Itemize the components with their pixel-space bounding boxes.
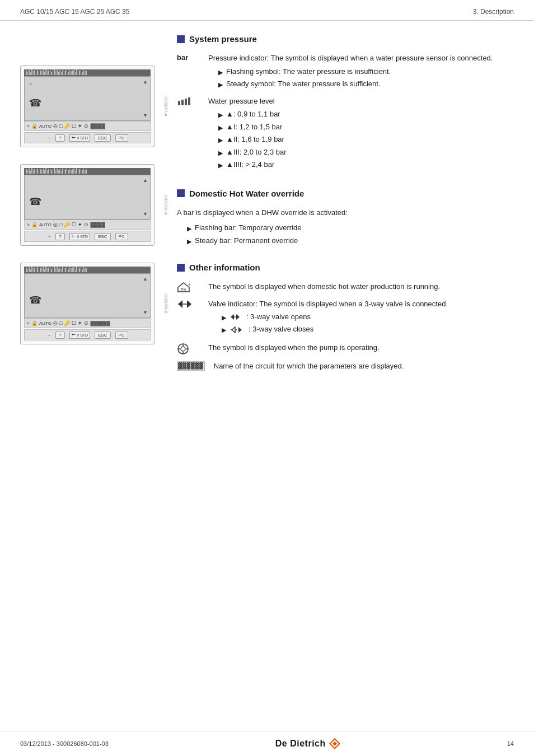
bullet-list-water: ▶ ▲: 0,9 to 1,1 bar ▶ ▲I: 1,2 to 1,5 bar…: [218, 109, 514, 170]
device-mockup-3: ▲ ☎ ▼ ≈🔒AUTO◎□🔑☐✦ ⊙▓▓▓▓▓▓ → ? ⊢II STD: [20, 263, 166, 344]
desc-text-valve: Valve indicator: The symbol is displayed…: [208, 298, 514, 337]
footer-left: 03/12/2013 - 300026080-001-03: [20, 740, 109, 747]
ctrl-pc-2[interactable]: PC: [115, 233, 128, 240]
section-title-system-pressure: System pressure: [177, 34, 514, 44]
svg-marker-13: [236, 314, 240, 320]
desc-text-water-level: Water pressure level ▶ ▲: 0,9 to 1,1 bar…: [208, 96, 514, 172]
desc-row-circuit: ▓▓▓▓▓▓ Name of the circuit for which the…: [177, 361, 514, 372]
device-label-3: C028709-B: [164, 293, 168, 313]
page-footer: 03/12/2013 - 300026080-001-03 De Dietric…: [0, 731, 534, 756]
svg-marker-15: [232, 327, 235, 333]
section-icon-2: [177, 189, 185, 197]
left-column: ▲ ☎ ~ ▼ ≈🔒AUTO◎□🔑☐✦ ⊙▓▓▓▓ → ?: [20, 32, 177, 388]
sub-bullet-valve: ▶ : 3-way valve opens: [222, 311, 514, 335]
desc-row-valve: Valve indicator: The symbol is displayed…: [177, 298, 514, 337]
bullet-bar-1: ▶ Flashing symbol: The water pressure is…: [218, 66, 514, 77]
bullet-water-4: ▶ ▲III: 2,0 to 2,3 bar: [218, 147, 514, 158]
svg-marker-9: [187, 300, 191, 308]
desc-row-pump: The symbol is displayed when the pump is…: [177, 342, 514, 355]
page-header: AGC 10/15 AGC 15 AGC 25 AGC 35 3. Descri…: [0, 0, 534, 21]
svg-point-19: [181, 347, 185, 351]
device-mockup-2: ▲ ☎ ▼ ≈🔒AUTO◎□🔑☐✦ ⊙▓▓▓▓ → ? ⊢II STD: [20, 164, 166, 246]
device-label-1: C028707-A: [164, 96, 168, 116]
bullet-water-2: ▶ ▲I: 1,2 to 1,5 bar: [218, 122, 514, 133]
tick-bar-3: [24, 267, 151, 273]
ctrl-esc-3[interactable]: ESC: [95, 332, 110, 339]
section-icon-1: [177, 35, 185, 43]
desc-row-water-level: Water pressure level ▶ ▲: 0,9 to 1,1 bar…: [177, 96, 514, 172]
main-content: ▲ ☎ ~ ▼ ≈🔒AUTO◎□🔑☐✦ ⊙▓▓▓▓ → ?: [0, 21, 534, 422]
desc-text-pump: The symbol is displayed when the pump is…: [208, 342, 514, 353]
ctrl-btn-3[interactable]: ?: [55, 332, 64, 339]
bullet-valve-2: ▶ : 3-way valve closes: [222, 324, 514, 335]
bullet-arrow-v2: ▶: [222, 325, 226, 335]
bullet-water-5: ▶ ▲IIII: > 2,4 bar: [218, 159, 514, 170]
right-column: System pressure bar Pressure indicator: …: [177, 32, 514, 388]
bullet-list-dhw: ▶ Flashing bar: Temporary override ▶ Ste…: [187, 222, 514, 246]
section-title-other: Other information: [177, 263, 514, 272]
section-other-info: Other information hw + The symbol is dis…: [177, 263, 514, 371]
page: AGC 10/15 AGC 15 AGC 25 AGC 35 3. Descri…: [0, 0, 534, 756]
section-system-pressure: System pressure bar Pressure indicator: …: [177, 34, 514, 172]
bullet-dhw-1: ▶ Flashing bar: Temporary override: [187, 222, 514, 234]
tick-bar-1: [24, 69, 151, 76]
svg-text:+: +: [188, 282, 190, 287]
ctrl-esc-2[interactable]: ESC: [95, 233, 110, 240]
svg-rect-3: [188, 97, 190, 105]
svg-marker-17: [238, 327, 242, 333]
ctrl-btn-2[interactable]: ?: [55, 233, 64, 240]
desc-text-circuit: Name of the circuit for which the parame…: [214, 361, 514, 372]
bullet-arrow-dhw1: ▶: [187, 224, 191, 234]
symbol-pump: [177, 342, 199, 355]
bullet-bar-2: ▶ Steady symbol: The water pressure is s…: [218, 78, 514, 90]
logo: De Dietrich: [275, 738, 340, 749]
device-label-2: C028707-A: [164, 195, 168, 214]
bullet-arrow-w2: ▶: [218, 123, 223, 133]
ctrl-pc-3[interactable]: PC: [115, 332, 128, 339]
svg-rect-2: [185, 99, 187, 105]
bullet-arrow-v1: ▶: [222, 313, 226, 323]
symbol-bar: bar: [177, 53, 199, 62]
section-dhw-override: Domestic Hot Water override A bar is dis…: [177, 189, 514, 246]
bullet-valve-1: ▶ : 3-way valve opens: [222, 311, 514, 323]
desc-text-bar: Pressure indicator: The symbol is displa…: [208, 53, 514, 91]
bullet-water-3: ▶ ▲II: 1,6 to 1,9 bar: [218, 134, 514, 145]
svg-text:hw: hw: [181, 287, 187, 291]
symbol-water-level: [177, 96, 199, 108]
bullet-list-bar: ▶ Flashing symbol: The water pressure is…: [218, 66, 514, 90]
footer-right: 14: [507, 740, 514, 747]
desc-text-dhw-intro: A bar is displayed when a DHW override i…: [177, 207, 514, 218]
ctrl-pc-1[interactable]: PC: [115, 134, 128, 142]
desc-row-dhw-running: hw + The symbol is displayed when domest…: [177, 281, 514, 293]
symbol-valve: [177, 298, 199, 309]
section-heading-1: System pressure: [189, 34, 257, 44]
header-right: 3. Description: [473, 8, 514, 16]
ctrl-btn-1[interactable]: ?: [55, 134, 64, 142]
svg-marker-11: [231, 314, 234, 320]
bullet-arrow-1: ▶: [218, 68, 223, 77]
svg-rect-1: [181, 100, 184, 105]
bullet-arrow-w4: ▶: [218, 148, 223, 158]
bullet-arrow-w5: ▶: [218, 161, 223, 170]
symbol-circuit: ▓▓▓▓▓▓: [177, 361, 205, 371]
header-left: AGC 10/15 AGC 15 AGC 25 AGC 35: [20, 8, 129, 16]
symbol-dhw-running: hw +: [177, 281, 199, 293]
section-icon-3: [177, 264, 185, 272]
svg-rect-0: [178, 101, 180, 105]
device-mockup-1: ▲ ☎ ~ ▼ ≈🔒AUTO◎□🔑☐✦ ⊙▓▓▓▓ → ?: [20, 66, 166, 147]
bullet-water-1: ▶ ▲: 0,9 to 1,1 bar: [218, 109, 514, 120]
logo-text: De Dietrich: [275, 739, 326, 749]
section-heading-2: Domestic Hot Water override: [189, 189, 304, 198]
section-title-dhw: Domestic Hot Water override: [177, 189, 514, 198]
desc-row-bar: bar Pressure indicator: The symbol is di…: [177, 53, 514, 91]
tick-bar-2: [24, 168, 151, 175]
bullet-arrow-w3: ▶: [218, 136, 223, 145]
bullet-dhw-2: ▶ Steady bar: Permanent override: [187, 235, 514, 246]
section-heading-3: Other information: [189, 263, 260, 272]
bullet-arrow-w1: ▶: [218, 110, 223, 120]
svg-marker-7: [178, 300, 182, 308]
desc-text-dhw-running: The symbol is displayed when domestic ho…: [208, 281, 514, 292]
ctrl-esc-1[interactable]: ESC: [95, 134, 110, 142]
logo-diamond-icon: [329, 738, 340, 749]
bullet-arrow-2: ▶: [218, 80, 223, 90]
